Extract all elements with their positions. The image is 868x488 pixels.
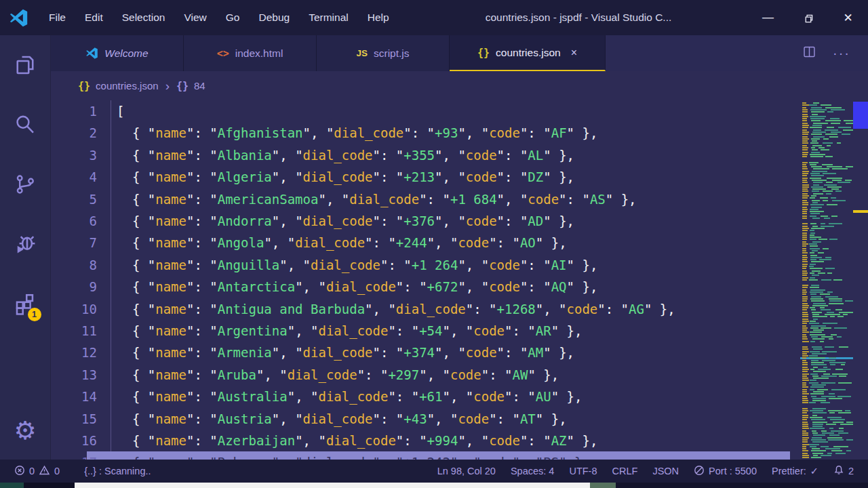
menu-file[interactable]: File (39, 0, 75, 35)
code-line-5[interactable]: 5 { "name": "AmericanSamoa", "dial_code"… (51, 188, 868, 211)
source-control-icon[interactable] (0, 155, 51, 214)
editor-group: Welcome<>index.htmlJSscript.js{}countrie… (51, 35, 868, 460)
code-text: { "name": "Australia", "dial_code": "+61… (117, 386, 582, 408)
js-file-icon: JS (356, 48, 368, 58)
tab-countries-json[interactable]: {}countries.json× (450, 35, 606, 71)
code-editor[interactable]: 1[2 { "name": "Afghanistan", "dial_code"… (51, 100, 868, 460)
code-text: { "name": "Bahamas", "dial_code": "+1 24… (117, 451, 590, 460)
menu-terminal[interactable]: Terminal (299, 0, 358, 35)
line-number: 1 (51, 100, 97, 123)
breadcrumb: {} countries.json › {} 84 (51, 71, 868, 100)
line-number: 15 (51, 408, 97, 430)
cursor-position[interactable]: Ln 98, Col 20 (430, 466, 503, 476)
encoding-setting[interactable]: UTF-8 (561, 466, 604, 476)
code-line-3[interactable]: 3 { "name": "Albania", "dial_code": "+35… (51, 144, 868, 167)
progress-strip-segment (616, 483, 868, 488)
line-number: 11 (51, 320, 97, 342)
code-line-11[interactable]: 11 { "name": "Argentina", "dial_code": "… (51, 320, 868, 342)
extensions-badge: 1 (28, 308, 41, 321)
code-line-4[interactable]: 4 { "name": "Algeria", "dial_code": "+21… (51, 166, 868, 188)
tab-close-icon[interactable]: × (571, 47, 577, 59)
menu-help[interactable]: Help (358, 0, 399, 35)
indentation-setting[interactable]: Spaces: 4 (503, 466, 562, 476)
breadcrumb-file[interactable]: countries.json (96, 80, 159, 92)
extensions-icon[interactable]: 1 (0, 274, 51, 333)
line-number: 5 (51, 188, 97, 211)
tab-script-js[interactable]: JSscript.js (317, 35, 450, 71)
line-number: 9 (51, 276, 97, 298)
menu-view[interactable]: View (174, 0, 216, 35)
line-number: 6 (51, 210, 97, 232)
warning-count: 0 (54, 466, 60, 476)
editor-actions: ··· (802, 35, 868, 71)
language-mode[interactable]: JSON (645, 466, 686, 476)
line-number: 10 (51, 298, 97, 321)
code-text: { "name": "Andorra", "dial_code": "+376"… (117, 210, 574, 232)
menu-debug[interactable]: Debug (249, 0, 299, 35)
close-button[interactable]: ✕ (828, 0, 868, 35)
progress-strip-segment (24, 483, 75, 488)
debug-icon[interactable] (0, 214, 51, 274)
menu-selection[interactable]: Selection (113, 0, 175, 35)
problems-indicator[interactable]: 0 0 (7, 465, 67, 478)
code-text: { "name": "Antarctica", "dial_code": "+6… (117, 276, 597, 298)
notification-count: 2 (848, 466, 854, 476)
window-title: countries.json - jspdf - Visual Studio C… (467, 12, 690, 24)
code-line-6[interactable]: 6 { "name": "Andorra", "dial_code": "+37… (51, 210, 868, 232)
code-line-7[interactable]: 7 { "name": "Angola", "dial_code": "+244… (51, 232, 868, 254)
code-line-2[interactable]: 2 { "name": "Afghanistan", "dial_code": … (51, 122, 868, 144)
vscode-logo-icon (9, 8, 28, 28)
code-line-1[interactable]: 1[ (51, 100, 868, 123)
code-text: { "name": "Angola", "dial_code": "+244",… (117, 232, 567, 254)
json-file-icon: {} (78, 80, 90, 92)
code-text: { "name": "Azerbaijan", "dial_code": "+9… (117, 430, 597, 452)
line-number: 17 (51, 451, 97, 460)
code-line-12[interactable]: 12 { "name": "Armenia", "dial_code": "+3… (51, 342, 868, 364)
code-line-17[interactable]: 17 { "name": "Bahamas", "dial_code": "+1… (51, 451, 868, 460)
line-number: 3 (51, 144, 97, 167)
code-line-14[interactable]: 14 { "name": "Australia", "dial_code": "… (51, 386, 868, 408)
menu-bar: FileEditSelectionViewGoDebugTerminalHelp (39, 0, 399, 35)
menu-edit[interactable]: Edit (75, 0, 113, 35)
scanning-status[interactable]: {..} : Scanning.. (77, 466, 158, 476)
prettier-status[interactable]: Prettier: ✓ (764, 466, 826, 476)
warning-icon (39, 465, 50, 478)
breadcrumb-separator: › (165, 79, 170, 94)
code-text: { "name": "Afghanistan", "dial_code": "+… (117, 122, 597, 144)
code-line-13[interactable]: 13 { "name": "Aruba", "dial_code": "+297… (51, 364, 868, 386)
tab-index-html[interactable]: <>index.html (184, 35, 317, 71)
explorer-icon[interactable] (0, 35, 51, 95)
eol-setting[interactable]: CRLF (605, 466, 646, 476)
restore-button[interactable] (788, 0, 828, 35)
code-line-8[interactable]: 8 { "name": "Anguilla", "dial_code": "+1… (51, 254, 868, 277)
code-line-10[interactable]: 10 { "name": "Antigua and Barbuda", "dia… (51, 298, 868, 321)
check-icon: ✓ (810, 466, 818, 476)
code-line-15[interactable]: 15 { "name": "Austria", "dial_code": "+4… (51, 408, 868, 430)
breadcrumb-symbol[interactable]: 84 (194, 80, 205, 92)
search-icon[interactable] (0, 95, 51, 155)
settings-gear-icon[interactable]: ⚙ (14, 407, 36, 454)
tab-Welcome[interactable]: Welcome (51, 35, 184, 71)
more-actions-icon[interactable]: ··· (833, 45, 850, 61)
minimize-button[interactable]: — (748, 0, 788, 35)
code-text: { "name": "Aruba", "dial_code": "+297", … (117, 364, 559, 386)
tab-label: countries.json (496, 47, 561, 59)
port-icon (694, 465, 705, 478)
menu-go[interactable]: Go (216, 0, 250, 35)
line-number: 7 (51, 232, 97, 254)
line-number: 2 (51, 122, 97, 144)
line-number: 14 (51, 386, 97, 408)
code-text: [ (117, 100, 124, 123)
code-text: { "name": "Algeria", "dial_code": "+213"… (117, 166, 574, 188)
live-server-port[interactable]: Port : 5500 (686, 465, 764, 478)
window-controls: — ✕ (748, 0, 868, 35)
activity-bar: 1 ⚙ (0, 35, 51, 460)
split-editor-icon[interactable] (802, 45, 816, 62)
code-line-16[interactable]: 16 { "name": "Azerbaijan", "dial_code": … (51, 430, 868, 452)
bell-icon (833, 464, 844, 478)
code-text: { "name": "Armenia", "dial_code": "+374"… (117, 342, 574, 364)
titlebar: FileEditSelectionViewGoDebugTerminalHelp… (0, 0, 868, 35)
notifications[interactable]: 2 (826, 464, 861, 478)
code-line-9[interactable]: 9 { "name": "Antarctica", "dial_code": "… (51, 276, 868, 298)
line-number: 8 (51, 254, 97, 277)
